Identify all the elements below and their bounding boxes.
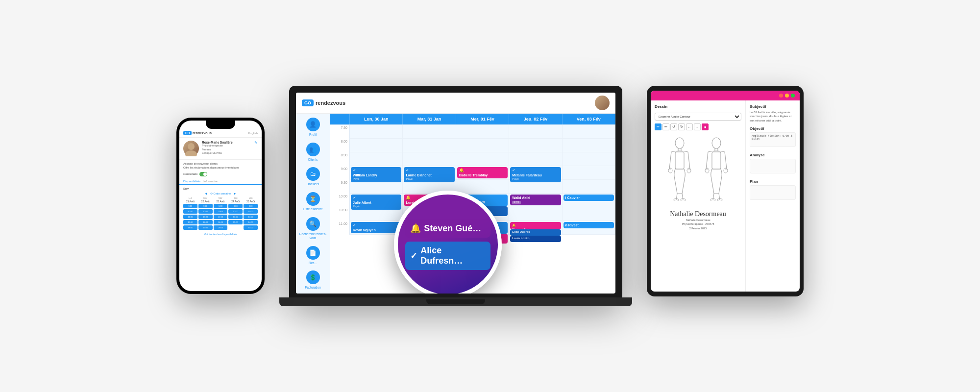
event-n-rivest[interactable]: n Rivest	[564, 222, 614, 228]
cell-fri-1030[interactable]	[563, 207, 615, 221]
see-all-link[interactable]: Voir toutes les disponibilités	[179, 231, 262, 238]
body-contour-select[interactable]: Examine Adulte Contour	[655, 113, 741, 121]
event-vincent-sue[interactable]: 🔔 Vincent Sue	[510, 222, 561, 229]
magnify-event2[interactable]: ✓ Alice Dufresn…	[405, 242, 490, 270]
cal-days: Lun 21 Août Mar 22 Août Mer 23 Août Jeu …	[183, 197, 258, 203]
cell-thu-1000[interactable]: Walid Akiki RSS	[509, 194, 562, 207]
magnify-event1[interactable]: 🔔 Steven Gué…	[405, 219, 490, 238]
svg-rect-5	[675, 152, 684, 169]
event-laurie-blanchet[interactable]: ✓ Laurie Blanchet Payé	[404, 167, 454, 182]
cell-thu-900[interactable]: ✓ Mélanie Falardeau Payé	[509, 166, 562, 180]
tool-pencil[interactable]: ✏	[655, 123, 662, 130]
analyse-textarea[interactable]	[750, 159, 796, 173]
cell-tue-900[interactable]: ✓ Laurie Blanchet Payé	[403, 166, 456, 180]
slot[interactable]: 14:00	[183, 225, 197, 230]
slot[interactable]: 9:00	[244, 204, 258, 208]
edit-icon[interactable]: ✎	[254, 141, 258, 145]
cell-fri-730[interactable]	[563, 125, 615, 139]
cell-tue-830[interactable]	[403, 152, 456, 166]
slot[interactable]: 10:00	[214, 209, 228, 214]
slot[interactable]: 13:00	[198, 215, 213, 219]
slot[interactable]: 9:00	[228, 204, 243, 208]
slot[interactable]: 16:00	[214, 225, 228, 230]
tool-pencil2[interactable]: ✏	[662, 123, 669, 130]
slot[interactable]: 15:00	[244, 225, 258, 230]
slot[interactable]: 15:00	[198, 225, 213, 230]
slot[interactable]: 13:00	[183, 220, 197, 224]
tab-information[interactable]: Information	[203, 178, 218, 184]
cell-thu-730[interactable]	[509, 125, 562, 139]
cell-wed-830[interactable]	[456, 152, 509, 166]
cell-wed-930[interactable]	[456, 180, 509, 194]
insurance-toggle[interactable]	[199, 172, 207, 176]
event-melanie-falardeau[interactable]: ✓ Mélanie Falardeau Payé	[510, 167, 561, 182]
slot[interactable]: 10:00	[244, 209, 258, 214]
event-isabelle-tremblay[interactable]: 🔔 Isabelle Tremblay	[457, 167, 508, 178]
next-week-icon[interactable]: ▶	[234, 192, 236, 195]
slot[interactable]: 11:00	[214, 215, 228, 219]
sidebar-item-profil[interactable]: 👤 Profil	[306, 118, 320, 137]
slot[interactable]: 14:00	[198, 220, 213, 224]
cell-fri-1100[interactable]: n Rivest	[563, 221, 615, 235]
cell-tue-730[interactable]	[403, 125, 456, 139]
tool-back[interactable]: ←	[686, 123, 693, 130]
event-walid-akiki[interactable]: Walid Akiki RSS	[510, 195, 561, 205]
sidebar-item-doc[interactable]: 📄 Rec...	[306, 246, 320, 265]
slot[interactable]: 11:00	[183, 215, 197, 219]
sidebar-item-liste[interactable]: ⏳ Liste d'attente	[303, 192, 322, 211]
cal-day-fri: Ven 25 Août	[244, 197, 258, 203]
sidebar-item-recherche[interactable]: 🔍 Recherche rendez-vous	[298, 217, 328, 240]
cell-fri-930[interactable]	[563, 180, 615, 194]
event-kevin-nguyen[interactable]: ✓ Kevin Nguyen	[351, 222, 401, 233]
event-julie-albert[interactable]: ✓ Julie Albert Payé	[351, 195, 401, 210]
event-louis-lozito[interactable]: Louis Lozito	[510, 236, 561, 242]
cell-mon-830[interactable]	[350, 152, 403, 166]
slot[interactable]: 9:00	[183, 204, 197, 208]
cell-fri-800[interactable]	[563, 139, 615, 152]
slot[interactable]: 13:00	[244, 215, 258, 219]
cell-fri-1000[interactable]: l Cauvier	[563, 194, 615, 207]
tool-undo[interactable]: ↺	[670, 123, 677, 130]
day-header-mon: Lun, 30 Jan	[350, 114, 403, 124]
tablet-device: Dessin Examine Adulte Contour ✏ ✏ ↺ ↻ ← …	[647, 86, 804, 296]
sidebar-item-facturation[interactable]: 💲 Facturation	[305, 270, 321, 290]
slot[interactable]: 10:00	[198, 209, 213, 214]
event-william-landry[interactable]: ✓ William Landry Payé	[351, 167, 401, 182]
cell-thu-830[interactable]	[509, 152, 562, 166]
slot[interactable]: 15:00	[228, 220, 243, 224]
cell-tue-800[interactable]	[403, 139, 456, 152]
tool-color[interactable]: ■	[702, 123, 709, 130]
slot[interactable]: 14:00	[214, 220, 228, 224]
slot[interactable]: 11:00	[228, 209, 243, 214]
cell-mon-730[interactable]	[350, 125, 403, 139]
slot[interactable]: 13:00	[228, 215, 243, 219]
slot[interactable]: 9:00	[214, 204, 228, 208]
objectif-section: Objectif Amplitude Flexion: 0/90 à Bilat	[750, 126, 796, 149]
sidebar-item-clients[interactable]: 👥 Clients	[306, 143, 320, 162]
profile-name: Rose-Marie Soulière	[202, 141, 251, 144]
cell-mon-1000[interactable]: ✓ Julie Albert Payé	[350, 194, 403, 207]
phone-notch	[206, 121, 235, 129]
cell-mon-900[interactable]: ✓ William Landry Payé	[350, 166, 403, 180]
slot[interactable]: 14:00	[244, 220, 258, 224]
cell-fri-830[interactable]	[563, 152, 615, 166]
tool-redo[interactable]: ↻	[678, 123, 685, 130]
cell-wed-900[interactable]: 🔔 Isabelle Tremblay	[456, 166, 509, 180]
tab-disponibilites[interactable]: Disponibilités	[183, 178, 200, 185]
event-elise-dupres[interactable]: Elise Duprés	[510, 229, 561, 236]
cell-thu-1100[interactable]: 🔔 Vincent Sue Elise Duprés Louis Lozito	[509, 221, 562, 235]
tool-forward[interactable]: →	[694, 123, 701, 130]
cell-wed-800[interactable]	[456, 139, 509, 152]
plan-textarea[interactable]	[750, 185, 796, 200]
slot[interactable]: 9:00	[198, 204, 213, 208]
cell-thu-800[interactable]	[509, 139, 562, 152]
prev-week-icon[interactable]: ◀	[205, 192, 207, 195]
objectif-textarea[interactable]: Amplitude Flexion: 0/90 à Bilat	[750, 132, 796, 147]
cell-thu-1030[interactable]	[509, 207, 562, 221]
slot[interactable]: 10:00	[183, 209, 197, 214]
event-l-cauvier[interactable]: l Cauvier	[564, 195, 614, 201]
sidebar-item-dossiers[interactable]: 🗂 Dossiers	[306, 167, 320, 186]
cell-wed-730[interactable]	[456, 125, 509, 139]
cell-fri-900[interactable]	[563, 166, 615, 180]
cell-mon-800[interactable]	[350, 139, 403, 152]
